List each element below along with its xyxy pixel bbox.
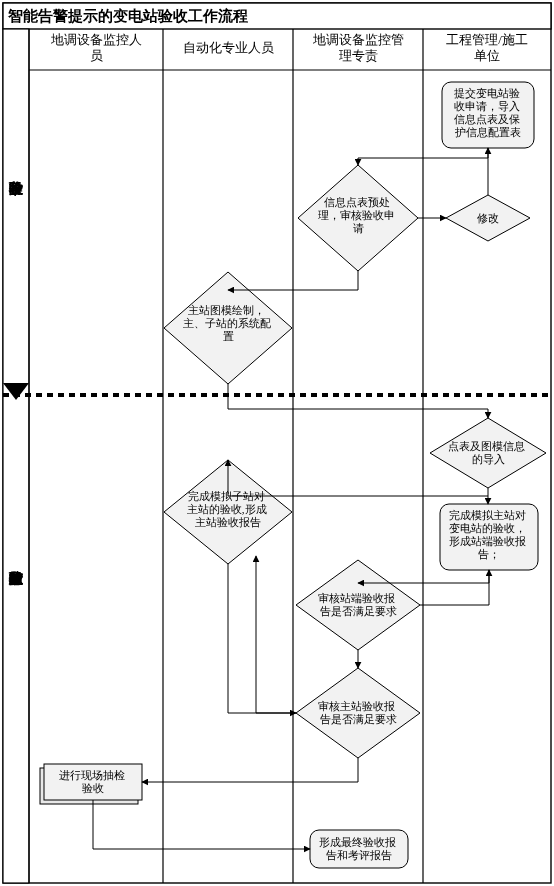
diagram-title: 智能告警提示的变电站验收工作流程 [7,7,248,24]
swimlane-flowchart: 智能告警提示的变电站验收工作流程 地调设备监控人员 自动化专业人员 地调设备监控… [0,0,554,886]
svg-text:提交变电站验
      收申请，导入
      信息点表: 提交变电站验 收申请，导入 信息点表及保 护信息配置表 [454,87,523,138]
node-simulate-main-station: 完成模拟主站对 变电站的验收， 形成站端验收报 告； [440,504,538,570]
node-final-report: 形成最终验收报 告和考评报告 [310,830,408,868]
svg-rect-3 [3,29,29,883]
svg-text:自动化专业人员: 自动化专业人员 [183,40,274,55]
svg-text:修改: 修改 [477,212,499,224]
node-submit-application: 提交变电站验 收申请，导入 信息点表及保 护信息配置表 [442,82,534,148]
svg-text:审核站端验收报
      告是否满足要求: 审核站端验收报 告是否满足要求 [318,592,398,617]
node-onsite-inspection: 进行现场抽检 验收 [40,764,142,804]
svg-text:审核主站验收报
      告是否满足要求: 审核主站验收报 告是否满足要求 [318,700,398,725]
svg-text:形成最终验收报
      告和考评报告: 形成最终验收报 告和考评报告 [319,836,399,861]
